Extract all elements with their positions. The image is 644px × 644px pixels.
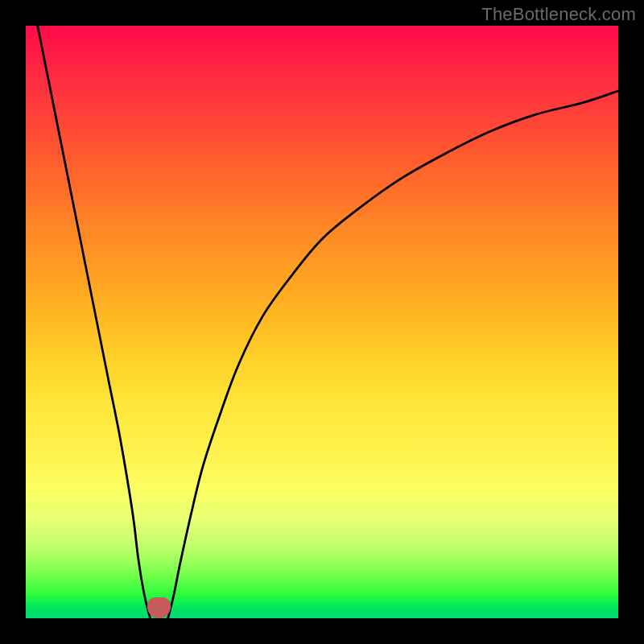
- curve-right-branch: [168, 91, 618, 618]
- curve-left-branch: [38, 26, 151, 618]
- chart-frame: TheBottleneck.com: [0, 0, 644, 644]
- attribution-text: TheBottleneck.com: [481, 4, 636, 25]
- curves-layer: [26, 26, 618, 618]
- plot-area: [26, 26, 618, 618]
